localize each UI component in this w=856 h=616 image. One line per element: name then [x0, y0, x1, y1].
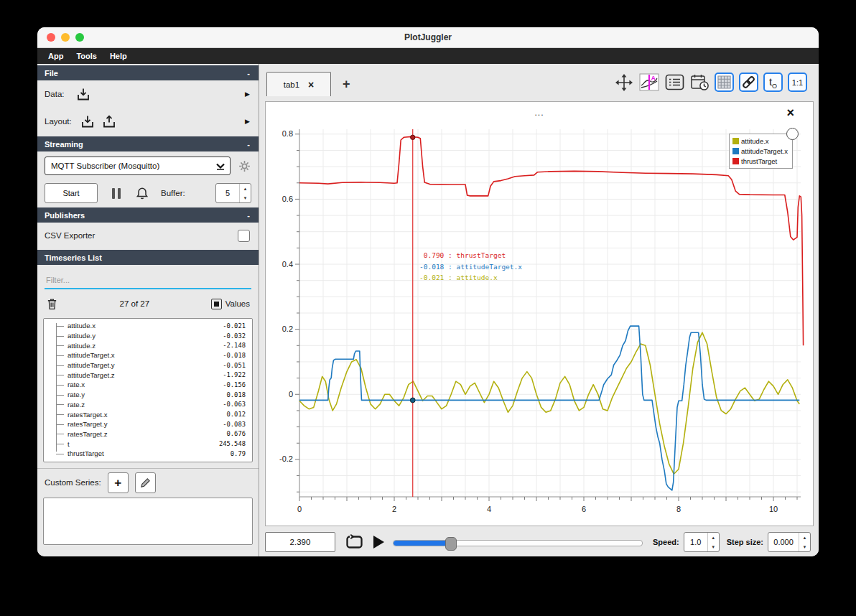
- timeseries-row[interactable]: attitude.z-2.148: [44, 340, 252, 350]
- timeseries-value: -1.922: [223, 371, 252, 378]
- close-window-button[interactable]: [47, 33, 55, 42]
- link-axes-icon[interactable]: [739, 73, 758, 92]
- menu-item-app[interactable]: App: [42, 52, 70, 60]
- minimize-window-button[interactable]: [61, 33, 70, 42]
- svg-text:10: 10: [769, 505, 778, 513]
- timeseries-value: -0.156: [223, 381, 252, 388]
- buffer-spinbox[interactable]: 5 ▲▼: [215, 183, 251, 203]
- menu-item-help[interactable]: Help: [103, 52, 134, 60]
- trace-style-icon[interactable]: A: [639, 73, 659, 92]
- streaming-plugin-select[interactable]: MQTT Subscriber (Mosquitto): [45, 157, 231, 175]
- timeseries-list[interactable]: attitude.x-0.021attitude.y-0.032attitude…: [43, 318, 253, 462]
- values-label: Values: [225, 299, 250, 308]
- timeseries-name: ratesTarget.y: [44, 420, 107, 428]
- timeseries-row[interactable]: attitudeTarget.x-0.018: [44, 350, 252, 360]
- legend-handle[interactable]: [786, 128, 799, 140]
- data-label: Data:: [45, 90, 65, 98]
- timeseries-filter-input[interactable]: Filter...: [45, 272, 251, 289]
- csv-exporter-checkbox[interactable]: [238, 230, 250, 242]
- streaming-controls-row: Start Buffer: 5 ▲▼: [37, 180, 259, 206]
- legend-item-attitude.x[interactable]: attitude.x: [732, 137, 788, 145]
- svg-text:0.4: 0.4: [282, 260, 293, 269]
- plot-panel[interactable]: ... × 0246810-0.200.20.40.60.8 attitude.…: [265, 101, 814, 526]
- file-section-header[interactable]: File -: [37, 65, 259, 80]
- tooltip-line-attitudeTarget.x: -0.018 : attitudeTarget.x: [419, 261, 522, 273]
- trash-icon[interactable]: [46, 297, 58, 311]
- traffic-lights: [47, 33, 84, 42]
- timeseries-row[interactable]: attitudeTarget.z-1.922: [44, 370, 252, 380]
- grid-layout-icon[interactable]: [715, 73, 734, 92]
- timeseries-row[interactable]: ratesTarget.x0.012: [44, 409, 252, 419]
- edit-custom-series-button[interactable]: [135, 472, 156, 493]
- speed-spinbox[interactable]: 1.0 ▲▼: [684, 532, 720, 552]
- step-size-label: Step size:: [727, 538, 763, 546]
- zoom-window-button[interactable]: [75, 33, 84, 42]
- timeseries-row[interactable]: ratesTarget.y-0.083: [44, 419, 252, 429]
- load-data-icon[interactable]: [76, 88, 90, 101]
- streaming-settings-gear-icon[interactable]: [238, 159, 251, 173]
- legend-swatch: [732, 158, 739, 164]
- menu-item-tools[interactable]: Tools: [70, 52, 103, 60]
- slider-thumb[interactable]: [445, 537, 457, 551]
- buffer-label: Buffer:: [161, 189, 185, 197]
- spin-arrows[interactable]: ▲▼: [707, 533, 719, 551]
- tab-tab1[interactable]: tab1 ×: [266, 72, 331, 96]
- timeseries-row[interactable]: ratesTarget.z0.676: [44, 429, 252, 439]
- pan-zoom-icon[interactable]: [614, 73, 634, 92]
- start-button[interactable]: Start: [45, 183, 98, 203]
- playback-slider[interactable]: [393, 533, 643, 551]
- legend-item-thrustTarget[interactable]: thrustTarget: [732, 157, 788, 165]
- timeseries-row[interactable]: attitude.y-0.032: [44, 331, 252, 341]
- start-button-label: Start: [62, 189, 79, 197]
- plot-legend[interactable]: attitude.xattitudeTarget.xthrustTarget: [729, 134, 793, 169]
- slider-fill: [394, 541, 451, 546]
- loop-icon[interactable]: [345, 534, 364, 550]
- svg-text:2: 2: [392, 505, 396, 513]
- legend-label: attitude.x: [741, 137, 769, 145]
- add-custom-series-button[interactable]: +: [108, 472, 129, 493]
- save-layout-icon[interactable]: [102, 115, 116, 129]
- streaming-plugin-row: MQTT Subscriber (Mosquitto): [37, 151, 259, 180]
- timeseries-row[interactable]: rate.z-0.063: [44, 400, 252, 410]
- timeseries-row[interactable]: t245.548: [44, 439, 252, 449]
- timeseries-section-header[interactable]: Timeseries List: [37, 250, 259, 265]
- tab-close-icon[interactable]: ×: [308, 80, 314, 90]
- time-offset-icon[interactable]: tO: [763, 73, 783, 92]
- timeseries-value: -0.063: [223, 401, 252, 408]
- streaming-section-header[interactable]: Streaming -: [37, 136, 259, 151]
- new-tab-button[interactable]: +: [343, 77, 350, 92]
- pause-icon[interactable]: [112, 188, 121, 199]
- publishers-section-header[interactable]: Publishers -: [37, 207, 259, 223]
- timeseries-name: attitudeTarget.x: [44, 351, 115, 359]
- playback-time-field[interactable]: 2.390: [265, 532, 335, 552]
- values-checkbox[interactable]: [211, 299, 222, 309]
- spin-arrows[interactable]: ▲▼: [799, 533, 810, 551]
- step-size-spinbox[interactable]: 0.000 ▲▼: [768, 532, 811, 552]
- play-button[interactable]: [373, 536, 384, 549]
- ratio-1-1-icon[interactable]: 1:1: [788, 73, 807, 92]
- svg-text:A: A: [651, 75, 656, 82]
- data-expand-arrow[interactable]: ▶: [245, 90, 250, 98]
- timeseries-row[interactable]: attitudeTarget.y-0.051: [44, 360, 252, 370]
- datetime-icon[interactable]: [689, 73, 710, 92]
- legend-label: attitudeTarget.x: [741, 147, 788, 155]
- collapse-indicator: -: [247, 140, 250, 149]
- timeseries-name: attitudeTarget.z: [44, 371, 115, 379]
- layout-expand-arrow[interactable]: ▶: [245, 118, 250, 125]
- legend-list-icon[interactable]: [664, 73, 684, 92]
- timeseries-row[interactable]: thrustTarget0.79: [44, 449, 252, 459]
- timeseries-name: thrustTarget: [44, 449, 104, 457]
- csv-exporter-row: CSV Exporter: [37, 223, 259, 248]
- timeseries-value: 0.012: [227, 411, 252, 418]
- cursor-tooltip: 0.790 : thrustTarget-0.018 : attitudeTar…: [419, 250, 522, 284]
- spin-arrows[interactable]: ▲▼: [239, 184, 251, 202]
- timeseries-row[interactable]: attitude.x-0.021: [44, 321, 252, 331]
- notifications-bell-icon[interactable]: [135, 186, 149, 201]
- load-layout-icon[interactable]: [80, 115, 95, 129]
- legend-item-attitudeTarget.x[interactable]: attitudeTarget.x: [732, 147, 788, 155]
- timeseries-row[interactable]: rate.y0.018: [44, 390, 252, 400]
- filter-placeholder: Filter...: [45, 276, 70, 284]
- csv-exporter-label: CSV Exporter: [45, 231, 95, 240]
- timeseries-row[interactable]: rate.x-0.156: [44, 380, 252, 390]
- custom-series-list[interactable]: [43, 498, 253, 545]
